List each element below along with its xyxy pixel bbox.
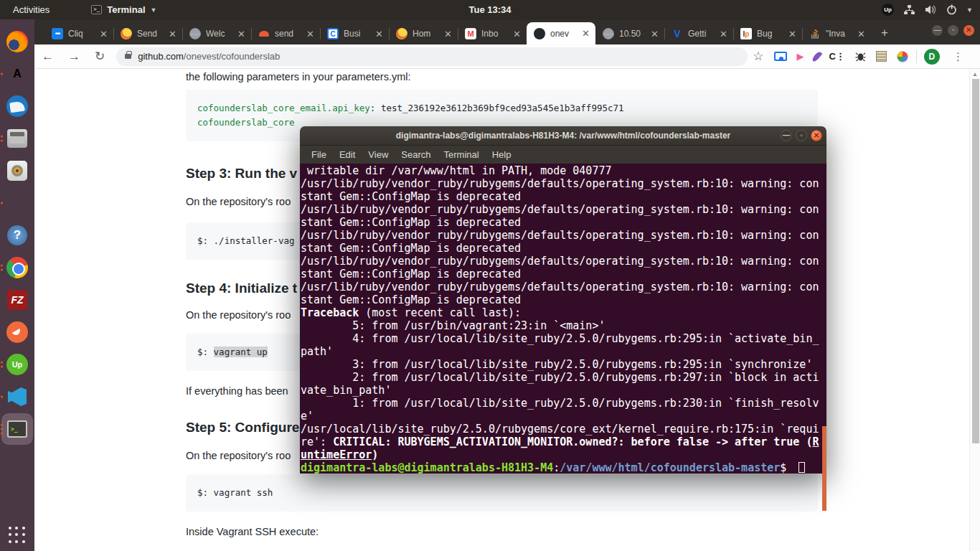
lock-icon (125, 54, 131, 59)
video-extension-icon[interactable]: ▶ (792, 51, 809, 62)
terminal-line: 5: from /usr/bin/vagrant:23:in `<main>' (301, 319, 826, 332)
tab-label: Bug (757, 29, 787, 39)
tab-send[interactable]: Send✕ (113, 23, 182, 44)
dock-item-firefox[interactable] (4, 29, 30, 55)
tab-label: Busi (344, 29, 374, 39)
tab-getti[interactable]: VGetti✕ (664, 23, 733, 44)
terminal-menu-search[interactable]: Search (395, 148, 436, 161)
app-menu[interactable]: >_ Terminal ▼ (91, 4, 156, 15)
new-tab-button[interactable]: + (871, 26, 898, 44)
close-button[interactable]: ✕ (963, 25, 974, 36)
maximize-button[interactable]: ▫ (948, 25, 958, 36)
colorzilla-extension-icon[interactable]: C⋮ (824, 51, 850, 62)
tab-cliq[interactable]: •••Cliq✕ (44, 23, 113, 44)
terminal-title: digimantra-labs@digimantralabs-H81H3-M4:… (396, 131, 730, 141)
tab-close-icon[interactable]: ✕ (374, 29, 385, 39)
system-tray[interactable]: Up ▼ (882, 0, 973, 19)
clock[interactable]: Tue 13:34 (468, 4, 511, 15)
terminal-line: /usr/lib/ruby/vendor_ruby/rubygems/defau… (301, 255, 826, 268)
tab-send[interactable]: send✕ (251, 23, 320, 44)
terminal-line: stant Gem::ConfigMap is deprecated (301, 216, 826, 229)
dock-item-ubuntu-software[interactable]: A (4, 61, 30, 87)
tab-close-icon[interactable]: ✕ (580, 28, 591, 39)
filezilla-icon: FZ (7, 290, 27, 310)
chevron-down-icon: ▼ (151, 6, 157, 14)
tab-close-icon[interactable]: ✕ (236, 29, 247, 39)
step4-heading: Step 4: Initialize t (186, 281, 297, 296)
terminal-scrollbar-thumb[interactable] (822, 426, 826, 511)
libreoffice-writer-icon (6, 192, 29, 215)
rhythmbox-icon (7, 161, 27, 181)
show-applications-button[interactable] (9, 527, 26, 544)
dock-item-libreoffice-writer[interactable] (4, 190, 30, 216)
tab-inva[interactable]: "Inva✕ (802, 23, 871, 44)
bookmark-star-icon[interactable]: ☆ (748, 49, 768, 64)
terminal-menu-terminal[interactable]: Terminal (438, 148, 485, 161)
browser-menu-icon[interactable]: ⋮ (946, 50, 971, 63)
dock-item-postman[interactable] (4, 319, 30, 345)
browser-scrollbar[interactable]: ▲ (969, 69, 980, 551)
terminal-line: stant Gem::ConfigMap is deprecated (301, 242, 826, 255)
terminal-minimize-button[interactable]: — (781, 130, 792, 141)
dock-item-terminal[interactable]: >_ (4, 416, 30, 442)
profile-avatar[interactable]: D (924, 49, 940, 65)
intro-paragraph: the following parameters in your paramet… (186, 71, 411, 83)
tab-busi[interactable]: CBusi✕ (320, 23, 389, 44)
dock-item-filezilla[interactable]: FZ (4, 287, 30, 313)
dock-item-rhythmbox[interactable] (4, 158, 30, 184)
yaml-key: cofounderslab_core_email.api_key (197, 103, 370, 113)
browser-scrollbar-thumb[interactable] (972, 79, 979, 443)
dock-item-help[interactable]: ? (4, 222, 30, 248)
back-button[interactable]: ← (34, 50, 61, 64)
tab-hom[interactable]: Hom✕ (389, 23, 458, 44)
cast-extension-icon[interactable] (769, 52, 792, 61)
terminal-menu-edit[interactable]: Edit (334, 148, 361, 161)
tab-close-icon[interactable]: ✕ (787, 29, 798, 39)
terminal-screen[interactable]: writable dir /var/www/html in PATH, mode… (300, 164, 826, 474)
address-bar[interactable]: github.com/onevest/cofounderslab (116, 47, 748, 66)
terminal-cursor (798, 462, 805, 473)
tab-close-icon[interactable]: ✕ (856, 29, 867, 39)
tab-close-icon[interactable]: ✕ (718, 29, 729, 39)
tab-close-icon[interactable]: ✕ (305, 29, 316, 39)
terminal-title-bar[interactable]: digimantra-labs@digimantralabs-H81H3-M4:… (300, 126, 826, 146)
terminal-app-icon: >_ (91, 5, 102, 14)
tab-close-icon[interactable]: ✕ (649, 29, 660, 39)
dock-item-thunderbird[interactable] (4, 93, 30, 119)
tab-bug[interactable]: lpBug✕ (733, 23, 802, 44)
dock-item-chrome[interactable] (4, 255, 30, 281)
tab-welc[interactable]: Welc✕ (182, 23, 251, 44)
cliq-icon: ••• (52, 28, 63, 39)
files-icon (7, 129, 27, 148)
minimize-button[interactable]: — (932, 25, 943, 36)
feather-extension-icon[interactable] (809, 51, 824, 62)
terminal-menu-file[interactable]: File (306, 148, 332, 161)
scrollbar-up-arrow[interactable]: ▲ (970, 69, 980, 77)
toolbar-divider (916, 50, 917, 63)
terminal-close-button[interactable]: ✕ (811, 130, 822, 141)
dock: A?FZUp>_ (0, 19, 34, 551)
step5-after-paragraph: Inside Vagrant SSH execute: (186, 526, 319, 537)
tab-close-icon[interactable]: ✕ (98, 29, 109, 39)
terminal-maximize-button[interactable]: ▫ (796, 130, 807, 141)
activities-button[interactable]: Activities (0, 0, 62, 19)
dock-item-upwork[interactable]: Up (4, 352, 30, 377)
terminal-menu-help[interactable]: Help (486, 148, 517, 161)
terminal-menu-view[interactable]: View (362, 148, 394, 161)
tab-close-icon[interactable]: ✕ (512, 29, 522, 39)
vagrant-icon: V (672, 28, 683, 39)
tab-close-icon[interactable]: ✕ (443, 29, 453, 39)
globe-icon (603, 28, 614, 39)
tab-onev[interactable]: onev✕ (527, 22, 595, 44)
notes-extension-icon[interactable] (871, 51, 892, 62)
dock-item-files[interactable] (4, 126, 30, 151)
terminal-line: 1: from /usr/local/lib/site_ruby/2.5.0/r… (301, 397, 826, 410)
reload-button[interactable]: ↻ (88, 49, 112, 64)
palette-extension-icon[interactable] (892, 51, 913, 62)
tab-1050[interactable]: 10.50✕ (595, 23, 664, 44)
tab-inbo[interactable]: MInbo✕ (458, 23, 527, 44)
forward-button[interactable]: → (61, 50, 88, 64)
tab-close-icon[interactable]: ✕ (167, 29, 178, 39)
bug-extension-icon[interactable] (850, 51, 871, 62)
dock-item-vscode[interactable] (4, 384, 30, 410)
